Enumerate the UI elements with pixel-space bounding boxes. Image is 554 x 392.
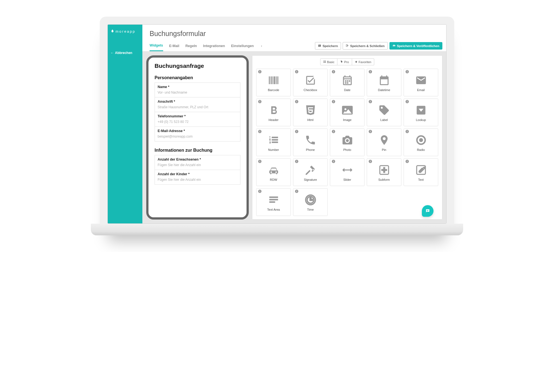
widget-text[interactable]: iText [404, 158, 438, 186]
field-label: Anzahl der Kinder * [158, 172, 237, 176]
section-heading: Informationen zur Buchung [155, 148, 240, 153]
preview-column: Buchungsanfrage Personenangaben Name *Vo… [146, 55, 249, 220]
cancel-button[interactable]: ← Abbrechen [108, 47, 142, 59]
form-field[interactable]: Anzahl der Kinder *Fügen Sie hier die An… [155, 170, 240, 185]
widget-text-area[interactable]: iText Area [256, 188, 291, 216]
form-field[interactable]: Anzahl der Erwachsenen *Fügen Sie hier d… [155, 155, 240, 170]
tab-integrations[interactable]: Integrationen [203, 41, 225, 51]
tab-email[interactable]: E-Mail [169, 41, 179, 51]
toolbar: Widgets E-Mail Regeln Integrationen Eins… [142, 40, 446, 51]
widget-subform[interactable]: iSubform [367, 158, 401, 186]
widget-datetime[interactable]: iDatetime [367, 69, 401, 96]
envelope-icon [415, 73, 427, 87]
form-field[interactable]: Name *Vor- und Nachname [155, 82, 240, 97]
plus-square-icon [378, 163, 390, 177]
info-icon[interactable]: i [369, 160, 372, 163]
dropdown-icon [415, 103, 427, 117]
widget-label: Checkbox [304, 88, 317, 92]
grid-icon [323, 60, 326, 64]
widget-label[interactable]: iLabel [367, 99, 401, 126]
widget-pin[interactable]: iPin [367, 128, 401, 156]
info-icon[interactable]: i [406, 100, 409, 103]
info-icon[interactable]: i [295, 190, 298, 193]
filter-basic[interactable]: Basic [320, 58, 338, 65]
info-icon[interactable]: i [295, 130, 298, 133]
widget-image[interactable]: iImage [330, 99, 365, 126]
widget-email[interactable]: iEmail [404, 69, 438, 96]
tab-rules[interactable]: Regeln [185, 41, 197, 51]
info-icon[interactable]: i [369, 130, 372, 133]
field-placeholder: Fügen Sie hier die Anzahl ein [158, 178, 237, 182]
widget-photo[interactable]: iPhoto [330, 128, 365, 156]
info-icon[interactable]: i [369, 70, 372, 73]
info-icon[interactable]: i [295, 100, 298, 103]
tag-icon [378, 103, 390, 117]
camera-icon [342, 133, 353, 147]
widget-date[interactable]: iDate [330, 69, 365, 96]
save-button[interactable]: Speichern [315, 42, 341, 50]
pin-icon [378, 133, 390, 147]
widget-barcode[interactable]: iBarcode [256, 69, 291, 96]
chat-button[interactable] [422, 205, 434, 217]
widget-radio[interactable]: iRadio [404, 128, 438, 156]
info-icon[interactable]: i [258, 190, 261, 193]
widget-rdw[interactable]: iRDW [256, 158, 291, 186]
info-icon[interactable]: i [295, 160, 298, 163]
filter-pro[interactable]: Pro [337, 58, 352, 65]
widget-label: Time [307, 208, 314, 211]
info-icon[interactable]: i [406, 130, 409, 133]
info-icon[interactable]: i [369, 100, 372, 103]
form-field[interactable]: Anschrift *Straße Hausnummer, PLZ und Or… [155, 97, 240, 112]
widget-number[interactable]: iNumber [256, 128, 291, 156]
info-icon[interactable]: i [332, 130, 335, 133]
widget-slider[interactable]: iSlider [330, 158, 365, 186]
form-field[interactable]: E-Mail-Adresse *beispiel@moreapp.com [155, 127, 240, 141]
bold-icon [268, 103, 279, 117]
device-preview: Buchungsanfrage Personenangaben Name *Vo… [146, 55, 249, 220]
edit-icon [415, 163, 427, 177]
info-icon[interactable]: i [258, 100, 261, 103]
arrow-left-icon: ← [111, 51, 114, 55]
field-label: Name * [158, 85, 237, 89]
info-icon[interactable]: i [332, 70, 335, 73]
field-placeholder: +49 (0) 71 523 80 72 [158, 120, 237, 124]
widget-checkbox[interactable]: iCheckbox [293, 69, 328, 96]
chat-icon [425, 208, 430, 213]
widget-html[interactable]: iHtml [293, 99, 328, 126]
info-icon[interactable]: i [406, 160, 409, 163]
widget-time[interactable]: iTime [293, 188, 328, 216]
action-buttons: Speichern Speichern & Schließen Speicher… [315, 42, 442, 50]
widget-header[interactable]: iHeader [256, 99, 291, 126]
svg-rect-5 [270, 76, 271, 84]
svg-rect-2 [324, 62, 324, 63]
app-window: moreapp ← Abbrechen Buchungsformular Wid… [107, 24, 447, 224]
form-title: Buchungsanfrage [155, 63, 240, 69]
filter-tabs: Basic Pro ★ Favoriten [256, 58, 438, 65]
tab-widgets[interactable]: Widgets [150, 40, 163, 51]
info-icon[interactable]: i [258, 130, 261, 133]
widget-lookup[interactable]: iLookup [404, 99, 438, 126]
widget-phone[interactable]: iPhone [293, 128, 328, 156]
info-icon[interactable]: i [295, 70, 298, 73]
filter-favorites[interactable]: ★ Favoriten [352, 58, 375, 65]
svg-rect-3 [325, 62, 325, 63]
widget-label: Photo [343, 148, 351, 151]
gavel-icon [305, 163, 316, 177]
field-placeholder: Fügen Sie hier die Anzahl ein [158, 163, 237, 167]
save-close-button[interactable]: Speichern & Schließen [343, 42, 388, 50]
info-icon[interactable]: i [332, 100, 335, 103]
slider-icon [342, 163, 353, 177]
tab-settings[interactable]: Einstellungen [231, 41, 254, 51]
info-icon[interactable]: i [258, 160, 261, 163]
field-placeholder: Straße Hausnummer, PLZ und Ort [158, 105, 237, 109]
car-icon [268, 163, 279, 177]
save-publish-button[interactable]: Speichern & Veröffentlichen [389, 42, 442, 50]
info-icon[interactable]: i [406, 70, 409, 73]
form-field[interactable]: Telefonnummer *+49 (0) 71 523 80 72 [155, 112, 240, 127]
info-icon[interactable]: i [332, 160, 335, 163]
widget-label: RDW [270, 178, 277, 181]
info-icon[interactable]: i [258, 70, 261, 73]
widget-signature[interactable]: iSignature [293, 158, 328, 186]
chevron-left-icon[interactable]: ‹ [260, 44, 263, 48]
widget-label: Barcode [268, 88, 279, 92]
